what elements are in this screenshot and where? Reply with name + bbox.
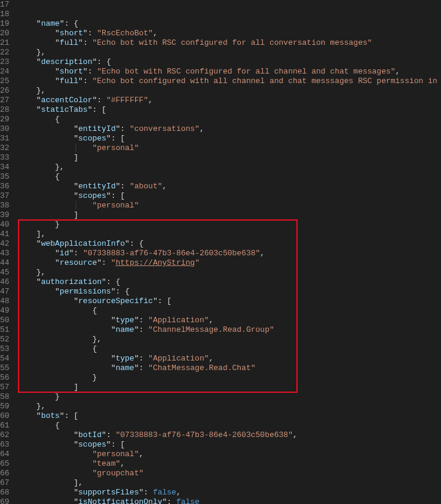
code-line[interactable]: "name": "ChatMessage.Read.Chat" (18, 364, 441, 373)
code-line[interactable]: "type": "Application", (18, 316, 441, 325)
code-line[interactable]: "resource": "https://AnyString" (18, 258, 441, 268)
code-line[interactable]: ], (18, 478, 441, 488)
line-number: 43 (0, 249, 10, 258)
code-line[interactable]: { (18, 421, 441, 430)
line-number: 52 (0, 335, 10, 344)
line-number: 24 (0, 67, 10, 77)
line-number: 54 (0, 354, 10, 364)
line-number: 34 (0, 163, 10, 172)
line-number: 33 (0, 153, 10, 163)
code-line[interactable]: │ "personal" (18, 143, 441, 153)
line-number: 57 (0, 383, 10, 392)
line-number-gutter: 1718192021222324252627282930313233343536… (0, 0, 18, 504)
line-number: 29 (0, 115, 10, 124)
code-line[interactable]: "description": { (18, 57, 441, 67)
line-number: 25 (0, 77, 10, 86)
code-line[interactable]: { (18, 172, 441, 182)
code-line[interactable]: }, (18, 335, 441, 344)
code-line[interactable]: "resourceSpecific": [ (18, 297, 441, 306)
code-line[interactable]: }, (18, 163, 441, 172)
code-line[interactable]: { (18, 115, 441, 124)
line-number: 56 (0, 373, 10, 383)
line-number: 42 (0, 239, 10, 249)
code-line[interactable]: } (18, 220, 441, 230)
code-line[interactable]: "permissions": { (18, 287, 441, 297)
code-line[interactable]: }, (18, 86, 441, 96)
line-number: 55 (0, 364, 10, 373)
code-line[interactable]: "isNotificationOnly": false (18, 497, 441, 504)
line-number: 67 (0, 478, 10, 488)
code-line[interactable]: "entityId": "conversations", (18, 124, 441, 134)
code-line[interactable]: }, (18, 48, 441, 57)
code-line[interactable]: } (18, 392, 441, 402)
line-number: 46 (0, 277, 10, 287)
code-line[interactable]: ] (18, 210, 441, 220)
code-line[interactable]: "scopes": [ (18, 440, 441, 450)
line-number: 50 (0, 316, 10, 325)
code-line[interactable]: "supportsFiles": false, (18, 488, 441, 497)
code-line[interactable]: ], (18, 230, 441, 239)
code-line[interactable]: "team", (18, 459, 441, 469)
code-area[interactable]: "name": { "short": "RscEchoBot", "full":… (18, 0, 441, 504)
line-number: 39 (0, 210, 10, 220)
line-number: 65 (0, 459, 10, 469)
code-line[interactable]: │ "personal" (18, 201, 441, 210)
line-number: 38 (0, 201, 10, 210)
line-number: 40 (0, 220, 10, 230)
line-number: 61 (0, 421, 10, 430)
code-line[interactable]: "entityId": "about", (18, 182, 441, 191)
line-number: 28 (0, 105, 10, 115)
line-number: 63 (0, 440, 10, 450)
line-number: 41 (0, 230, 10, 239)
code-line[interactable]: } (18, 373, 441, 383)
line-number: 35 (0, 172, 10, 182)
line-number: 18 (0, 10, 10, 19)
line-number: 48 (0, 297, 10, 306)
line-number: 17 (0, 0, 10, 10)
code-line[interactable]: ] (18, 153, 441, 163)
line-number: 68 (0, 488, 10, 497)
code-line[interactable]: "accentColor": "#FFFFFF", (18, 96, 441, 105)
code-line[interactable]: "id": "07338883-af76-47b3-86e4-2603c50be… (18, 249, 441, 258)
code-line[interactable]: "full": "Echo bot configured with all ch… (18, 77, 441, 86)
code-line[interactable]: "webApplicationInfo": { (18, 239, 441, 249)
code-line[interactable]: "scopes": [ (18, 134, 441, 143)
code-line[interactable]: "bots": [ (18, 411, 441, 421)
code-line[interactable]: "name": "ChannelMessage.Read.Group" (18, 325, 441, 335)
code-line[interactable]: "staticTabs": [ (18, 105, 441, 115)
code-line[interactable]: { (18, 344, 441, 354)
code-line[interactable]: "personal", (18, 450, 441, 459)
line-number: 19 (0, 19, 10, 29)
line-number: 21 (0, 38, 10, 48)
code-line[interactable]: }, (18, 268, 441, 277)
line-number: 22 (0, 48, 10, 57)
line-number: 44 (0, 258, 10, 268)
line-number: 36 (0, 182, 10, 191)
code-line[interactable]: }, (18, 402, 441, 411)
code-line[interactable]: "full": "Echo bot with RSC configured fo… (18, 38, 441, 48)
line-number: 30 (0, 124, 10, 134)
code-line[interactable]: "botId": "07338883-af76-47b3-86e4-2603c5… (18, 430, 441, 440)
code-line[interactable]: { (18, 306, 441, 316)
line-number: 49 (0, 306, 10, 316)
line-number: 31 (0, 134, 10, 143)
line-number: 20 (0, 29, 10, 38)
code-line[interactable]: "short": "RscEchoBot", (18, 29, 441, 38)
code-editor[interactable]: 1718192021222324252627282930313233343536… (0, 0, 441, 504)
line-number: 23 (0, 57, 10, 67)
code-line[interactable]: "type": "Application", (18, 354, 441, 364)
line-number: 64 (0, 450, 10, 459)
line-number: 26 (0, 86, 10, 96)
code-line[interactable]: "authorization": { (18, 277, 441, 287)
line-number: 69 (0, 497, 10, 504)
code-line[interactable]: ] (18, 383, 441, 392)
code-line[interactable]: "name": { (18, 19, 441, 29)
line-number: 59 (0, 402, 10, 411)
line-number: 47 (0, 287, 10, 297)
line-number: 32 (0, 143, 10, 153)
code-line[interactable]: "scopes": [ (18, 191, 441, 201)
code-line[interactable]: "groupchat" (18, 469, 441, 478)
code-line[interactable]: "short": "Echo bot with RSC configured f… (18, 67, 441, 77)
line-number: 62 (0, 430, 10, 440)
line-number: 60 (0, 411, 10, 421)
